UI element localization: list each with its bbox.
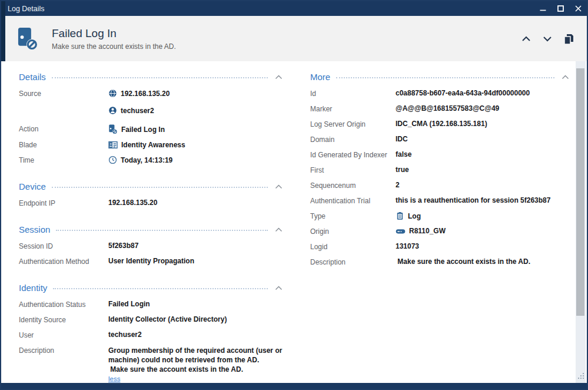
- field-label: Sequencenum: [310, 181, 396, 190]
- log-details-window: Log Details Failed Log In: [0, 0, 588, 390]
- failed-login-icon: [16, 27, 39, 54]
- field-label: Source: [19, 89, 108, 98]
- field-value: Identity Collector (Active Directory): [108, 315, 227, 323]
- field-row-logid: Logid 131073: [310, 242, 570, 252]
- field-row-domain: Domain IDC: [310, 135, 570, 144]
- field-row-sequencenum: Sequencenum 2: [310, 181, 570, 190]
- dotted-leader: [52, 77, 268, 78]
- field-value: Log: [408, 212, 421, 220]
- field-row-source: Source 192.168.135.20: [19, 89, 284, 115]
- field-label: Session ID: [19, 242, 108, 250]
- page-title: Failed Log In: [52, 27, 176, 40]
- collapse-details-button[interactable]: [274, 74, 284, 81]
- identity-awareness-icon: [108, 140, 118, 150]
- field-value: 131073: [396, 242, 419, 250]
- section-session: Session Session ID 5f263b87 Authenticati…: [19, 224, 284, 266]
- field-row-description: Description Group membership of the requ…: [19, 346, 284, 382]
- log-icon: [396, 211, 404, 220]
- field-row-log-server-origin: Log Server Origin IDC_CMA (192.168.135.1…: [310, 120, 570, 129]
- right-column: More Id c0a88758-b607-ea4a-643a-94df0000…: [310, 72, 570, 283]
- failed-login-icon: [108, 124, 118, 134]
- field-row-more-description: Description Make sure the account exists…: [310, 257, 570, 267]
- field-row-type: Type Log: [310, 211, 570, 221]
- field-value: techuser2: [108, 330, 142, 339]
- copy-button[interactable]: [561, 31, 576, 47]
- collapse-session-button[interactable]: [274, 226, 284, 233]
- field-label: Domain: [310, 135, 396, 144]
- field-value: 192.168.135.20: [121, 90, 170, 98]
- close-button[interactable]: [569, 1, 587, 16]
- header-text: Failed Log In Make sure the account exis…: [52, 27, 176, 51]
- field-label: Time: [19, 156, 108, 164]
- field-row-session-id: Session ID 5f263b87: [19, 242, 284, 251]
- user-icon: [108, 106, 117, 115]
- field-value: R8110_GW: [409, 227, 446, 235]
- section-more-header: More: [310, 72, 570, 82]
- clock-icon: [108, 156, 117, 164]
- collapse-more-button[interactable]: [560, 74, 570, 81]
- field-row-marker: Marker @A@@B@1681557583@C@49: [310, 104, 570, 114]
- field-value: User Identity Propagation: [108, 257, 194, 265]
- chevron-down-icon: [543, 36, 552, 42]
- less-link[interactable]: less: [108, 375, 120, 382]
- section-title: Details: [19, 72, 46, 82]
- source-ip-value: 192.168.135.20: [108, 89, 170, 98]
- copy-icon: [563, 33, 574, 45]
- field-label: Identity Source: [19, 315, 108, 324]
- field-value: Today, 14:13:19: [121, 156, 172, 164]
- field-value: @A@@B@1681557583@C@49: [396, 104, 499, 113]
- scrollbar-thumb[interactable]: [576, 68, 584, 316]
- section-device: Device Endpoint IP 192.168.135.20: [19, 181, 284, 208]
- section-session-header: Session: [19, 224, 284, 234]
- resize-grip-icon[interactable]: [577, 372, 585, 382]
- field-label: Authentication Status: [19, 300, 108, 309]
- chevron-up-icon: [521, 36, 531, 42]
- field-row-id-generated-by-indexer: Id Generated By Indexer false: [310, 150, 570, 160]
- field-value: c0a88758-b607-ea4a-643a-94df00000000: [396, 89, 530, 97]
- next-log-button[interactable]: [540, 31, 555, 47]
- maximize-icon: [557, 5, 564, 12]
- field-label: Id: [310, 89, 396, 98]
- section-title: Device: [19, 181, 46, 191]
- field-value: this is a reauthentication for session 5…: [396, 196, 550, 204]
- section-details-header: Details: [19, 72, 284, 82]
- field-label: Authentication Trial: [310, 196, 396, 205]
- dotted-leader: [336, 77, 554, 78]
- maximize-button[interactable]: [552, 1, 569, 16]
- field-value: 2: [396, 181, 400, 189]
- page-subtitle: Make sure the account exists in the AD.: [52, 42, 176, 51]
- minimize-button[interactable]: [534, 1, 552, 16]
- field-label: Log Server Origin: [310, 120, 396, 128]
- collapse-identity-button[interactable]: [274, 285, 284, 292]
- field-label: Id Generated By Indexer: [310, 150, 396, 159]
- field-label: Blade: [19, 140, 108, 149]
- dotted-leader: [56, 230, 268, 231]
- vertical-scrollbar[interactable]: [576, 61, 586, 383]
- field-value: techuser2: [121, 107, 154, 115]
- field-row-first: First true: [310, 166, 570, 175]
- close-icon: [575, 5, 582, 12]
- field-row-action: Action Failed Log In: [19, 124, 284, 134]
- field-label: Type: [310, 211, 396, 220]
- field-label: Description: [310, 257, 396, 266]
- field-row-time: Time Today, 14:13:19: [19, 156, 284, 165]
- field-label: Action: [19, 124, 108, 133]
- log-content: Details Source: [1, 61, 587, 383]
- field-value: Failed Login: [108, 300, 150, 308]
- left-column: Details Source: [19, 72, 284, 390]
- dotted-leader: [52, 187, 268, 188]
- header-actions: [519, 31, 576, 47]
- window-edge-strip: [0, 0, 5, 61]
- field-value: 5f263b87: [108, 242, 138, 250]
- previous-log-button[interactable]: [519, 31, 534, 47]
- field-row-blade: Blade Identity Awareness: [19, 140, 284, 150]
- collapse-chevron-icon: [275, 184, 283, 189]
- collapse-chevron-icon: [275, 75, 283, 80]
- field-row-user: User techuser2: [19, 330, 284, 340]
- window-titlebar: Log Details: [1, 1, 587, 16]
- field-row-origin: Origin R8110_GW: [310, 227, 570, 236]
- collapse-chevron-icon: [275, 286, 283, 290]
- section-device-header: Device: [19, 181, 284, 191]
- field-value: Make sure the account exists in the AD.: [396, 257, 530, 266]
- collapse-device-button[interactable]: [274, 183, 284, 190]
